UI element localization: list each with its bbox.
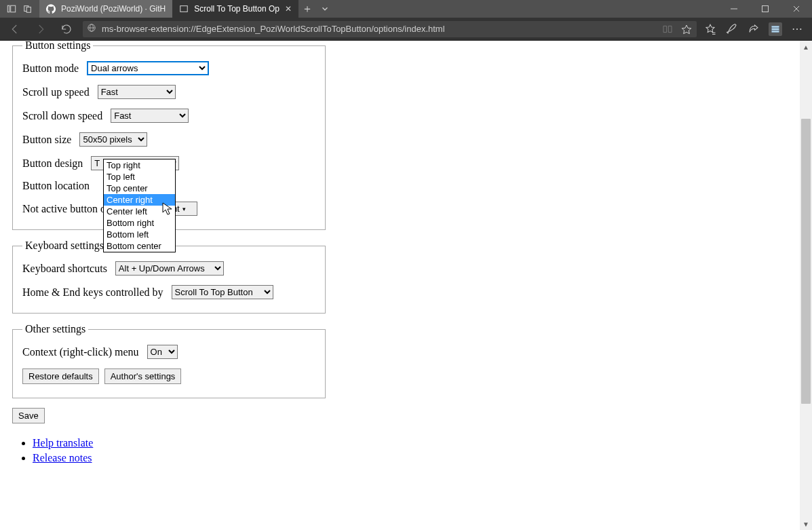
button-size-select[interactable]: 50x50 pixels <box>79 132 147 147</box>
extension-options-page: Button settings Button mode Dual arrows … <box>0 41 800 530</box>
button-design-label: Button design <box>22 157 83 170</box>
maximize-button[interactable] <box>750 0 781 18</box>
context-menu-label: Context (right-click) menu <box>22 346 139 358</box>
notes-icon[interactable] <box>725 22 739 36</box>
reading-view-icon[interactable] <box>661 23 674 35</box>
scroll-down-speed-select[interactable]: Fast <box>111 109 189 123</box>
svg-rect-16 <box>772 26 779 27</box>
set-aside-tabs-icon[interactable] <box>7 4 16 14</box>
authors-settings-button[interactable]: Author's settings <box>104 368 182 384</box>
scroll-up-arrow-icon[interactable]: ▲ <box>800 41 812 53</box>
browser-chrome: PoziWorld (PoziWorld) · GitH Scroll To T… <box>0 0 812 40</box>
nav-back-button[interactable] <box>5 20 24 39</box>
svg-rect-3 <box>26 7 31 12</box>
page-viewport: Button settings Button mode Dual arrows … <box>0 40 812 530</box>
keyboard-settings-legend: Keyboard settings <box>22 240 107 252</box>
close-tab-icon[interactable]: ✕ <box>285 4 292 14</box>
extension-page-icon <box>179 4 189 14</box>
svg-marker-13 <box>706 24 714 32</box>
button-mode-label: Button mode <box>22 62 79 75</box>
show-set-aside-tabs-icon[interactable] <box>23 4 33 14</box>
tab-label: PoziWorld (PoziWorld) · GitH <box>61 4 166 14</box>
svg-rect-0 <box>7 5 9 12</box>
scroll-down-arrow-icon[interactable]: ▼ <box>800 518 812 530</box>
footer-links: Help translate Release notes <box>12 436 788 465</box>
favorites-list-icon[interactable] <box>703 22 717 36</box>
svg-rect-1 <box>11 5 16 12</box>
button-location-option[interactable]: Top left <box>104 171 175 183</box>
other-settings-legend: Other settings <box>22 323 88 335</box>
restore-defaults-button[interactable]: Restore defaults <box>22 368 99 384</box>
refresh-button[interactable] <box>57 20 76 39</box>
help-translate-link[interactable]: Help translate <box>33 437 93 449</box>
close-window-button[interactable] <box>781 0 812 18</box>
cursor-icon <box>162 202 173 219</box>
button-location-option[interactable]: Top right <box>104 159 175 171</box>
button-location-option[interactable]: Bottom center <box>104 240 175 252</box>
button-settings-legend: Button settings <box>22 40 93 52</box>
url-actions <box>661 23 693 35</box>
tab-overflow-button[interactable] <box>316 0 334 18</box>
toolbar-right-actions: ⋯ <box>703 22 807 36</box>
title-bar: PoziWorld (PoziWorld) · GitH Scroll To T… <box>0 0 812 18</box>
button-location-label: Button location <box>22 180 90 192</box>
vertical-scrollbar[interactable]: ▲ ▼ <box>800 41 812 530</box>
keyboard-shortcuts-select[interactable]: Alt + Up/Down Arrows <box>115 261 224 276</box>
button-location-option[interactable]: Top center <box>104 183 175 194</box>
hub-icon[interactable] <box>769 22 782 36</box>
release-notes-link[interactable]: Release notes <box>33 452 92 463</box>
site-info-icon[interactable] <box>87 23 96 35</box>
other-settings-group: Other settings Context (right-click) men… <box>12 323 326 398</box>
address-bar: ms-browser-extension://EdgeExtension_Poz… <box>0 18 812 40</box>
svg-rect-18 <box>772 31 779 32</box>
list-item: Help translate <box>33 436 788 451</box>
more-icon[interactable]: ⋯ <box>790 22 804 36</box>
button-mode-select[interactable]: Dual arrows <box>87 61 209 75</box>
save-button[interactable]: Save <box>12 408 45 423</box>
home-end-keys-label: Home & End keys controlled by <box>22 286 163 299</box>
tab-label: Scroll To Top Button Op <box>194 4 279 14</box>
tab-scroll-to-top-options[interactable]: Scroll To Top Button Op ✕ <box>172 0 298 18</box>
share-icon[interactable] <box>747 22 760 36</box>
scroll-up-speed-label: Scroll up speed <box>22 86 90 98</box>
button-location-option[interactable]: Bottom right <box>104 217 175 229</box>
minimize-button[interactable] <box>718 0 750 18</box>
nav-forward-button[interactable] <box>31 20 50 39</box>
svg-rect-6 <box>762 6 769 12</box>
svg-rect-17 <box>772 28 779 29</box>
window-controls <box>718 0 812 18</box>
button-size-label: Button size <box>22 134 71 146</box>
favorite-star-icon[interactable] <box>680 23 693 35</box>
url-box[interactable]: ms-browser-extension://EdgeExtension_Poz… <box>83 21 697 37</box>
tab-poziworld-github[interactable]: PoziWorld (PoziWorld) · GitH <box>39 0 172 18</box>
url-text: ms-browser-extension://EdgeExtension_Poz… <box>102 24 445 34</box>
tab-strip: PoziWorld (PoziWorld) · GitH Scroll To T… <box>39 0 298 18</box>
new-tab-button[interactable]: ＋ <box>298 0 316 18</box>
list-item: Release notes <box>33 451 788 466</box>
keyboard-shortcuts-label: Keyboard shortcuts <box>22 263 107 275</box>
scroll-down-speed-label: Scroll down speed <box>22 110 102 122</box>
not-active-opacity-label: Not active button o <box>22 203 106 215</box>
home-end-keys-select[interactable]: Scroll To Top Button <box>172 285 273 299</box>
svg-marker-12 <box>682 25 691 34</box>
github-icon <box>46 4 56 14</box>
svg-rect-4 <box>180 6 188 12</box>
scroll-up-speed-select[interactable]: Fast <box>98 85 176 99</box>
scrollbar-thumb[interactable] <box>801 119 811 404</box>
context-menu-select[interactable]: On <box>147 345 178 359</box>
titlebar-left-icons <box>0 0 39 18</box>
button-location-option[interactable]: Bottom left <box>104 229 175 240</box>
